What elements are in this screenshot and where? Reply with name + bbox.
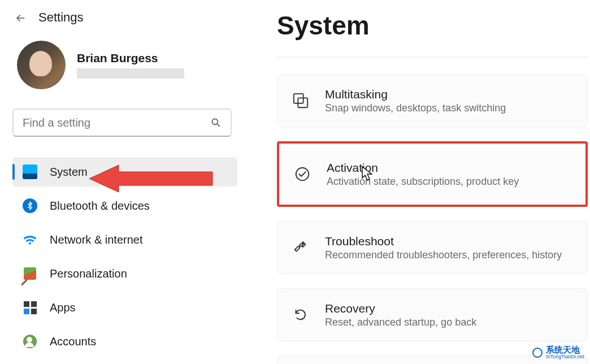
svg-point-5 <box>296 168 309 181</box>
main-panel: System Multitasking Snap windows, deskto… <box>248 0 590 364</box>
card-sliver <box>277 57 588 60</box>
card-subtitle: Recommended troubleshooters, preferences… <box>325 249 562 261</box>
search-box[interactable] <box>12 109 232 137</box>
sidebar-item-label: Personalization <box>50 267 127 280</box>
svg-line-2 <box>218 124 220 127</box>
card-title: Troubleshoot <box>325 235 562 248</box>
sidebar-item-label: Accounts <box>50 335 96 348</box>
sidebar-item-bluetooth[interactable]: Bluetooth & devices <box>12 191 237 220</box>
card-title: Multitasking <box>325 88 506 101</box>
page-title: System <box>277 10 588 41</box>
avatar <box>17 41 66 89</box>
wifi-icon <box>23 232 37 247</box>
watermark-brand: 系统天地 <box>546 345 584 354</box>
user-name: Brian Burgess <box>77 51 184 65</box>
card-title: Recovery <box>325 302 476 315</box>
card-activation[interactable]: Activation Activation state, subscriptio… <box>277 141 588 207</box>
card-multitasking[interactable]: Multitasking Snap windows, desktops, tas… <box>277 74 588 127</box>
sidebar-item-label: Network & internet <box>50 233 143 246</box>
sidebar-item-network[interactable]: Network & internet <box>12 225 237 254</box>
card-subtitle: Activation state, subscriptions, product… <box>327 176 519 188</box>
sidebar-item-accounts[interactable]: Accounts <box>12 327 237 356</box>
wrench-icon <box>291 238 310 257</box>
card-recovery[interactable]: Recovery Reset, advanced startup, go bac… <box>277 288 588 341</box>
multitasking-icon <box>291 91 310 110</box>
app-title: Settings <box>38 10 84 25</box>
search-input[interactable] <box>23 116 210 129</box>
system-icon <box>23 164 37 179</box>
recovery-icon <box>291 305 310 324</box>
search-icon <box>210 117 222 128</box>
user-block[interactable]: Brian Burgess <box>12 41 242 89</box>
sidebar-item-label: System <box>50 166 88 179</box>
settings-card-list: Multitasking Snap windows, desktops, tas… <box>277 57 588 364</box>
apps-icon <box>23 300 37 315</box>
nav-list: System Bluetooth & devices Network & int… <box>12 157 237 356</box>
card-subtitle: Snap windows, desktops, task switching <box>325 102 506 114</box>
sidebar-item-system[interactable]: System <box>12 157 237 187</box>
watermark-url: XiTongTianDi.net <box>546 354 584 359</box>
watermark: 系统天地 XiTongTianDi.net <box>532 345 584 359</box>
globe-icon <box>532 348 543 358</box>
sidebar-item-personalization[interactable]: Personalization <box>12 259 237 288</box>
card-troubleshoot[interactable]: Troubleshoot Recommended troubleshooters… <box>277 221 588 274</box>
personalization-icon <box>23 266 37 281</box>
sidebar-item-label: Bluetooth & devices <box>50 200 150 213</box>
user-email-redacted <box>77 68 184 79</box>
check-circle-icon <box>293 164 312 184</box>
sidebar-item-apps[interactable]: Apps <box>12 293 237 322</box>
card-subtitle: Reset, advanced startup, go back <box>325 317 476 328</box>
sidebar: Settings Brian Burgess System <box>0 0 248 364</box>
card-title: Activation <box>327 161 519 175</box>
accounts-icon <box>23 334 37 349</box>
sidebar-item-label: Apps <box>50 301 76 314</box>
user-info: Brian Burgess <box>77 51 184 79</box>
back-icon[interactable] <box>15 12 25 23</box>
sidebar-header: Settings <box>12 10 242 25</box>
svg-point-1 <box>212 119 218 124</box>
bluetooth-icon <box>23 198 37 213</box>
